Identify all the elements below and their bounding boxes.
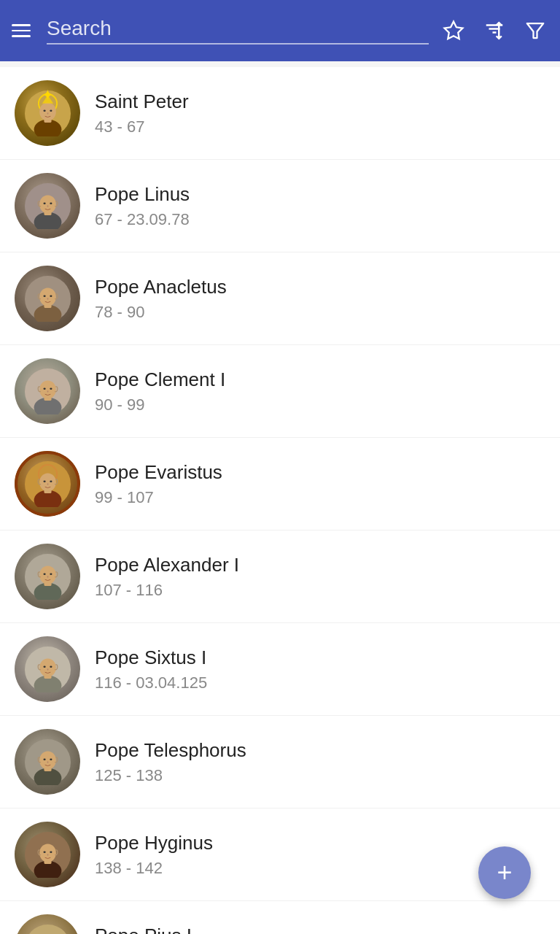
list-item[interactable]: Pope Anacletus 78 - 90 (0, 252, 560, 345)
list-item[interactable]: Pope Hyginus 138 - 142 (0, 808, 560, 901)
item-text: Pope Evaristus 99 - 107 (95, 461, 222, 507)
item-name: Pope Clement I (95, 368, 225, 391)
search-input-wrap[interactable] (47, 17, 429, 45)
svg-point-10 (39, 102, 56, 120)
list-item[interactable]: Pope Pius I 142 - 155 (0, 901, 560, 934)
item-dates: 107 - 116 (95, 581, 239, 600)
item-dates: 78 - 90 (95, 303, 227, 322)
svg-point-33 (50, 387, 52, 390)
list-item[interactable]: Pope Evaristus 99 - 107 (0, 438, 560, 530)
svg-marker-0 (445, 22, 463, 39)
sort-button[interactable] (481, 18, 508, 44)
list-item[interactable]: Pope Sixtus I 116 - 03.04.125 (0, 623, 560, 716)
svg-point-69 (50, 851, 52, 853)
avatar (15, 80, 80, 146)
add-button[interactable]: + (478, 846, 531, 899)
svg-point-61 (43, 758, 45, 760)
item-dates: 43 - 67 (95, 117, 189, 136)
item-text: Saint Peter 43 - 67 (95, 90, 189, 136)
svg-point-32 (43, 387, 45, 390)
item-dates: 99 - 107 (95, 488, 222, 507)
svg-point-13 (47, 112, 48, 115)
item-name: Saint Peter (95, 90, 189, 113)
svg-point-25 (43, 295, 45, 297)
menu-button[interactable] (12, 24, 35, 37)
svg-point-34 (47, 390, 48, 393)
list-item[interactable]: Pope Clement I 90 - 99 (0, 345, 560, 438)
svg-point-39 (39, 473, 56, 491)
item-text: Pope Sixtus I 116 - 03.04.125 (95, 647, 207, 692)
svg-point-35 (25, 461, 71, 507)
svg-point-24 (39, 287, 56, 306)
svg-point-17 (39, 195, 56, 213)
svg-marker-5 (527, 23, 544, 38)
svg-point-11 (43, 109, 45, 112)
svg-point-55 (50, 665, 52, 668)
avatar (15, 358, 80, 424)
app-header (0, 0, 560, 61)
search-input[interactable] (47, 17, 429, 40)
item-name: Pope Hyginus (95, 832, 213, 854)
item-name: Pope Sixtus I (95, 647, 207, 669)
svg-point-12 (50, 109, 52, 112)
list-item[interactable]: Saint Peter 43 - 67 (0, 67, 560, 160)
list-item[interactable]: Pope Linus 67 - 23.09.78 (0, 160, 560, 252)
svg-point-19 (50, 202, 52, 204)
svg-point-54 (43, 665, 45, 668)
list-item[interactable]: Pope Telesphorus 125 - 138 (0, 716, 560, 808)
avatar (15, 729, 80, 795)
svg-point-46 (39, 566, 56, 584)
item-name: Pope Alexander I (95, 554, 239, 576)
svg-point-26 (50, 295, 52, 297)
svg-point-68 (43, 851, 45, 853)
item-text: Pope Alexander I 107 - 116 (95, 554, 239, 600)
item-name: Pope Anacletus (95, 276, 227, 298)
svg-point-42 (47, 483, 48, 485)
item-dates: 138 - 142 (95, 859, 213, 878)
svg-point-67 (39, 844, 56, 862)
avatar (15, 451, 80, 517)
item-text: Pope Clement I 90 - 99 (95, 368, 225, 414)
item-name: Pope Linus (95, 183, 190, 206)
item-text: Pope Anacletus 78 - 90 (95, 276, 227, 322)
svg-point-60 (39, 751, 56, 769)
svg-point-48 (50, 573, 52, 575)
list-item[interactable]: Pope Alexander I 107 - 116 (0, 530, 560, 623)
item-dates: 90 - 99 (95, 395, 225, 414)
search-underline (47, 43, 429, 45)
sort-icon (483, 20, 505, 42)
svg-point-41 (50, 480, 52, 482)
svg-point-70 (47, 854, 48, 856)
avatar (15, 544, 80, 609)
item-name: Pope Evaristus (95, 461, 222, 484)
item-text: Pope Pius I 142 - 155 (95, 925, 192, 935)
svg-point-36 (38, 465, 56, 483)
svg-point-71 (25, 925, 71, 935)
favorites-button[interactable] (440, 18, 467, 44)
svg-point-53 (39, 658, 56, 676)
avatar (15, 636, 80, 702)
pope-list: Saint Peter 43 - 67 (0, 67, 560, 934)
avatar (15, 914, 80, 934)
item-text: Pope Linus 67 - 23.09.78 (95, 183, 190, 229)
star-icon (443, 20, 464, 42)
item-dates: 125 - 138 (95, 766, 246, 785)
svg-point-20 (47, 205, 48, 207)
svg-rect-38 (44, 487, 51, 493)
avatar (15, 822, 80, 887)
svg-point-47 (43, 573, 45, 575)
filter-button[interactable] (522, 18, 548, 44)
svg-point-49 (47, 576, 48, 578)
svg-point-18 (43, 202, 45, 204)
header-icons (440, 18, 548, 44)
svg-point-27 (47, 298, 48, 300)
item-text: Pope Telesphorus 125 - 138 (95, 739, 246, 785)
svg-point-37 (34, 490, 61, 506)
svg-point-62 (50, 758, 52, 760)
svg-point-63 (47, 761, 48, 763)
svg-point-31 (39, 380, 56, 398)
svg-point-40 (43, 480, 45, 482)
item-name: Pope Telesphorus (95, 739, 246, 762)
filter-icon (524, 20, 546, 42)
item-text: Pope Hyginus 138 - 142 (95, 832, 213, 878)
